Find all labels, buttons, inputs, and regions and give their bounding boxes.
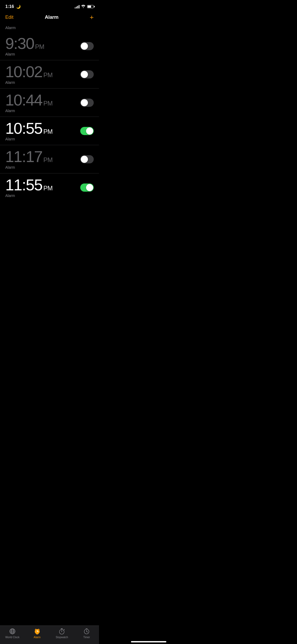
alarm-toggle[interactable] xyxy=(80,99,94,107)
status-time: 1:16 xyxy=(5,4,14,9)
alarm-time: 11:17 PM xyxy=(5,149,80,165)
alarm-item[interactable]: 11:55 PM Alarm xyxy=(0,173,99,201)
alarm-info: 10:02 PM Alarm xyxy=(5,64,80,85)
alarm-time: 10:55 PM xyxy=(5,121,80,136)
alarm-toggle[interactable] xyxy=(80,183,94,192)
alarm-toggle[interactable] xyxy=(80,155,94,163)
status-icons xyxy=(75,4,94,9)
alarm-info: 11:17 PM Alarm xyxy=(5,149,80,169)
alarm-content: Alarm 9:30 PM Alarm 10:02 PM A xyxy=(0,24,99,228)
add-alarm-button[interactable]: + xyxy=(90,14,94,21)
alarm-info: 9:30 PM Alarm xyxy=(5,36,80,56)
nav-bar: Edit Alarm + xyxy=(0,12,99,24)
alarm-info: 10:55 PM Alarm xyxy=(5,121,80,141)
alarm-time: 9:30 PM xyxy=(5,36,80,52)
alarm-list: 9:30 PM Alarm 10:02 PM Alarm xyxy=(0,32,99,201)
alarm-toggle[interactable] xyxy=(80,70,94,79)
signal-bars xyxy=(75,5,79,8)
battery-icon xyxy=(87,5,94,8)
alarm-time: 10:02 PM xyxy=(5,64,80,80)
alarm-item[interactable]: 10:55 PM Alarm xyxy=(0,117,99,145)
alarm-item[interactable]: 10:44 PM Alarm xyxy=(0,88,99,117)
alarm-info: 11:55 PM Alarm xyxy=(5,177,80,198)
alarm-toggle[interactable] xyxy=(80,127,94,135)
svg-point-0 xyxy=(83,7,84,8)
alarm-item[interactable]: 11:17 PM Alarm xyxy=(0,145,99,173)
status-bar: 1:16 🌙 xyxy=(0,0,99,12)
alarm-info: 10:44 PM Alarm xyxy=(5,92,80,113)
alarm-item[interactable]: 10:02 PM Alarm xyxy=(0,60,99,88)
alarm-item[interactable]: 9:30 PM Alarm xyxy=(0,32,99,60)
moon-icon: 🌙 xyxy=(16,4,21,9)
alarm-time: 11:55 PM xyxy=(5,177,80,193)
page-title: Alarm xyxy=(45,14,58,20)
edit-button[interactable]: Edit xyxy=(5,15,13,20)
alarm-time: 10:44 PM xyxy=(5,92,80,108)
wifi-icon xyxy=(81,4,86,9)
section-header: Alarm xyxy=(0,24,99,32)
alarm-toggle[interactable] xyxy=(80,42,94,50)
